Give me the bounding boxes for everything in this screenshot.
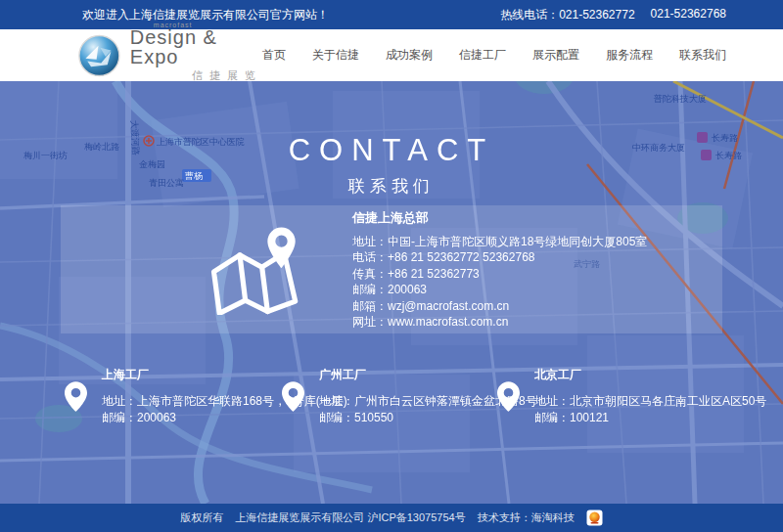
contact-title-en: CONTACT	[0, 133, 783, 168]
hq-phone: 电话：+86 21 52362772 52362768	[352, 249, 647, 266]
hq-website: 网址：www.macrofast.com.cn	[352, 314, 647, 331]
hotline-number-1: 热线电话：021-52362772	[500, 7, 634, 23]
footer-company-icp: 上海信捷展览展示有限公司 沪ICP备13075754号	[235, 510, 465, 525]
nav-services[interactable]: 展示配置	[532, 47, 579, 64]
nav-cases[interactable]: 成功案例	[386, 47, 433, 64]
topbar: 欢迎进入上海信捷展览展示有限公司官方网站！ 热线电话：021-52362772 …	[0, 0, 783, 29]
footer: 版权所有 上海信捷展览展示有限公司 沪ICP备13075754号 技术支持：海淘…	[0, 504, 783, 532]
header: macrofast Design & Expo 信捷展览 首页 关于信捷 成功案…	[0, 29, 783, 81]
welcome-text: 欢迎进入上海信捷展览展示有限公司官方网站！	[82, 7, 329, 23]
factory-beijing: 北京工厂 地址：北京市朝阳区马各庄南工业区A区50号 邮编：100121	[497, 367, 766, 426]
headquarters-panel: 信捷上海总部 地址：中国-上海市普陀区顺义路18号绿地同创大厦805室 电话：+…	[61, 205, 722, 333]
map-label: 普陀科技大厦	[653, 94, 707, 104]
nav-process[interactable]: 服务流程	[606, 47, 653, 64]
footer-copyright: 版权所有	[180, 510, 223, 525]
logo-macrofast-label: macrofast	[154, 22, 193, 28]
map-section: 梅岭北路 大渡河路 梅川一街坊 上海市普陀区中心医院 金梅园 青田公寓 曹杨 武…	[0, 81, 783, 504]
hq-fax: 传真：+86 21 52362773	[352, 266, 647, 283]
location-pin-icon	[282, 381, 304, 412]
footer-support-link[interactable]: 技术支持：海淘科技	[478, 510, 575, 525]
location-pin-icon	[65, 381, 87, 412]
location-pin-icon	[497, 381, 520, 412]
hq-zip: 邮编：200063	[352, 282, 647, 298]
map-pin-illustration-icon	[206, 225, 307, 315]
factory-name: 北京工厂	[534, 367, 766, 383]
hotline-number-2: 021-52362768	[651, 7, 726, 23]
headquarters-title: 信捷上海总部	[352, 209, 647, 227]
logo[interactable]: macrofast Design & Expo 信捷展览	[78, 27, 262, 83]
page: 欢迎进入上海信捷展览展示有限公司官方网站！ 热线电话：021-52362772 …	[0, 0, 783, 532]
hotline: 热线电话：021-52362772 021-52362768	[500, 7, 726, 23]
logo-brand: Design & Expo	[130, 27, 262, 66]
logo-globe-icon	[78, 33, 120, 78]
headquarters-info: 信捷上海总部 地址：中国-上海市普陀区顺义路18号绿地同创大厦805室 电话：+…	[352, 209, 647, 331]
hq-email: 邮箱：wzj@macrofast.com.cn	[352, 298, 647, 315]
nav-contact[interactable]: 联系我们	[679, 47, 726, 64]
factory-zip: 邮编：100121	[534, 410, 766, 426]
nav-factory[interactable]: 信捷工厂	[459, 47, 506, 64]
main-nav: 首页 关于信捷 成功案例 信捷工厂 展示配置 服务流程 联系我们	[262, 47, 726, 64]
hq-address: 地址：中国-上海市普陀区顺义路18号绿地同创大厦805室	[352, 234, 647, 250]
logo-text: macrofast Design & Expo 信捷展览	[130, 27, 262, 83]
factory-address: 地址：北京市朝阳区马各庄南工业区A区50号	[534, 393, 766, 410]
contact-title-cn: 联系我们	[0, 175, 783, 198]
nav-about[interactable]: 关于信捷	[312, 47, 359, 64]
certification-badge-icon[interactable]	[586, 510, 603, 526]
nav-home[interactable]: 首页	[262, 47, 286, 64]
